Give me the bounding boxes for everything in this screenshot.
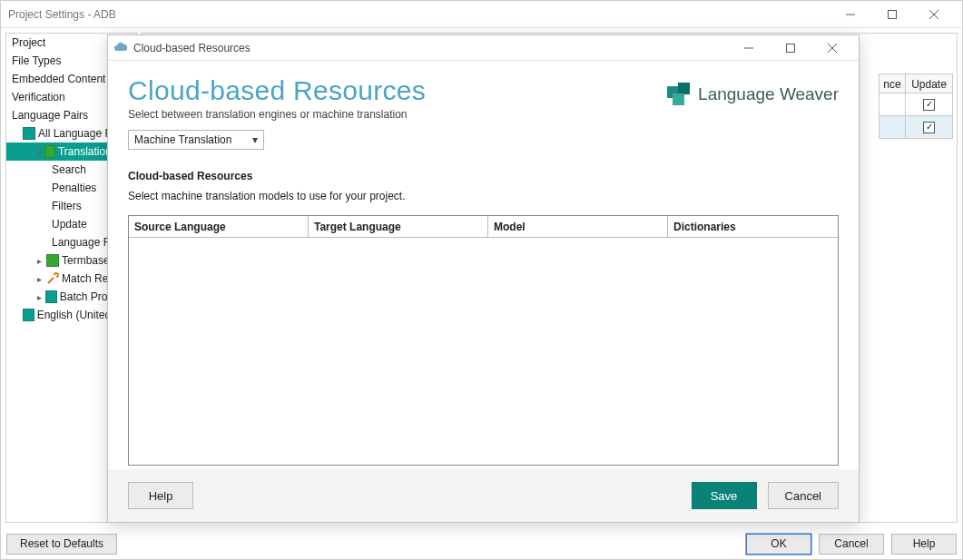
parent-titlebar: Project Settings - ADB bbox=[1, 1, 962, 28]
language-weaver-mark-icon bbox=[667, 83, 691, 106]
expander-icon[interactable]: ▾ bbox=[37, 147, 44, 157]
termbase-icon bbox=[46, 254, 59, 267]
dialog-subtitle: Select between translation engines or ma… bbox=[128, 108, 667, 121]
dialog-title: Cloud-based Resources bbox=[133, 42, 728, 54]
tm-header-update: Update bbox=[906, 74, 953, 93]
language-icon bbox=[23, 309, 34, 321]
ok-button[interactable]: OK bbox=[746, 534, 811, 555]
dialog-heading: Cloud-based Resources bbox=[128, 75, 667, 106]
grid-header-model[interactable]: Model bbox=[488, 216, 668, 238]
maximize-icon[interactable] bbox=[871, 2, 913, 27]
tm-header-partial: nce bbox=[879, 74, 906, 93]
dialog-header-row: Cloud-based Resources Select between tra… bbox=[128, 70, 839, 150]
dialog-cancel-button[interactable]: Cancel bbox=[768, 482, 839, 509]
section-title: Cloud-based Resources bbox=[128, 170, 839, 182]
expander-icon[interactable]: ▸ bbox=[37, 274, 46, 284]
parent-title: Project Settings - ADB bbox=[8, 8, 830, 21]
parent-footer: Reset to Defaults OK Cancel Help bbox=[1, 528, 962, 559]
parent-window-controls bbox=[830, 2, 955, 27]
language-weaver-text: Language Weaver bbox=[698, 84, 839, 104]
reset-defaults-button[interactable]: Reset to Defaults bbox=[6, 534, 117, 555]
language-pairs-icon bbox=[23, 127, 35, 140]
cloud-icon bbox=[113, 41, 128, 55]
close-icon[interactable] bbox=[913, 2, 955, 27]
expander-icon[interactable]: ▸ bbox=[37, 292, 45, 302]
tm-cell bbox=[879, 93, 906, 116]
maximize-icon[interactable] bbox=[770, 35, 811, 61]
svg-rect-5 bbox=[787, 44, 795, 52]
dialog-window-controls bbox=[728, 35, 853, 61]
cloud-resources-dialog: Cloud-based Resources Cloud-based Resour… bbox=[107, 34, 860, 523]
help-button[interactable]: Help bbox=[891, 534, 957, 555]
dialog-titlebar: Cloud-based Resources bbox=[108, 35, 859, 61]
cancel-button[interactable]: Cancel bbox=[819, 534, 884, 555]
dialog-body: Cloud-based Resources Select between tra… bbox=[108, 61, 859, 469]
grid-header-target[interactable]: Target Language bbox=[309, 216, 488, 238]
section-desc: Select machine translation models to use… bbox=[128, 190, 839, 202]
tm-row[interactable] bbox=[879, 93, 953, 116]
batch-icon bbox=[45, 290, 57, 303]
chevron-down-icon: ▾ bbox=[252, 133, 258, 146]
dialog-footer: Help Save Cancel bbox=[108, 469, 859, 522]
minimize-icon[interactable] bbox=[728, 35, 770, 61]
engine-select[interactable]: Machine Translation ▾ bbox=[128, 130, 264, 150]
tm-cell-update bbox=[906, 93, 953, 116]
save-button[interactable]: Save bbox=[692, 482, 757, 509]
engine-select-value: Machine Translation bbox=[134, 133, 231, 146]
models-grid-header: Source Language Target Language Model Di… bbox=[129, 216, 838, 238]
wrench-icon bbox=[46, 272, 59, 285]
grid-header-dict[interactable]: Dictionaries bbox=[668, 216, 838, 238]
models-grid[interactable]: Source Language Target Language Model Di… bbox=[128, 215, 839, 466]
tm-table-header: nce Update bbox=[879, 74, 953, 93]
tm-cell-update bbox=[906, 116, 953, 139]
checkbox-icon[interactable] bbox=[923, 122, 935, 133]
tm-cell bbox=[879, 116, 906, 139]
dialog-help-button[interactable]: Help bbox=[128, 482, 193, 509]
tm-row[interactable] bbox=[879, 116, 953, 139]
grid-header-source[interactable]: Source Language bbox=[129, 216, 309, 238]
checkbox-icon[interactable] bbox=[923, 99, 935, 111]
expander-icon[interactable]: ▸ bbox=[37, 256, 46, 266]
close-icon[interactable] bbox=[811, 35, 853, 61]
tm-icon bbox=[44, 145, 55, 158]
svg-rect-1 bbox=[889, 10, 897, 18]
language-weaver-logo: Language Weaver bbox=[667, 83, 839, 106]
minimize-icon[interactable] bbox=[830, 2, 871, 27]
